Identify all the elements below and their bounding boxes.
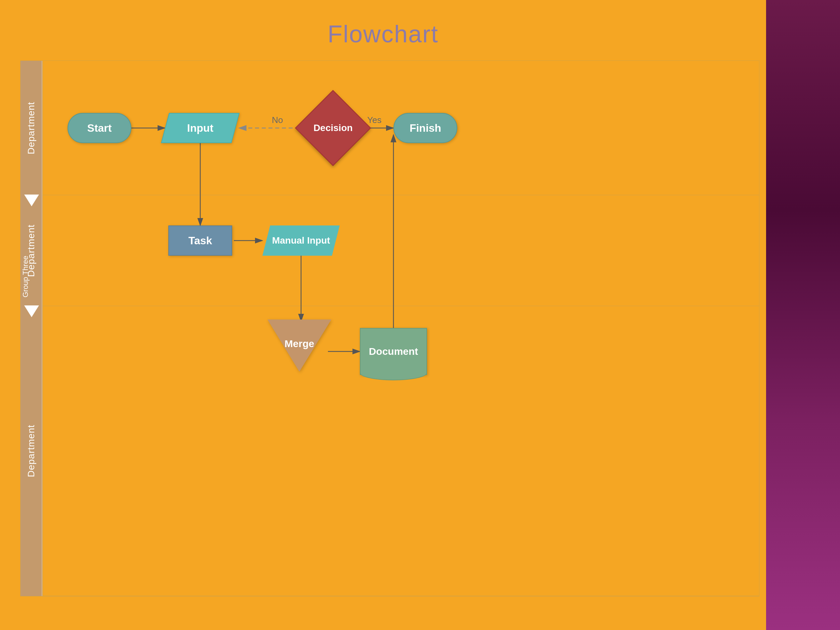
group-label: Group Three bbox=[21, 256, 31, 297]
document-shape: Document bbox=[360, 328, 427, 375]
lane-3-label-container: Department bbox=[21, 306, 42, 596]
arrow-down-icon-1 bbox=[24, 194, 39, 206]
task-shape: Task bbox=[168, 226, 232, 256]
lane-3-label: Department bbox=[26, 425, 36, 477]
decision-shape: Decision bbox=[299, 95, 366, 162]
lane-arrow-1 bbox=[21, 194, 42, 207]
lane-1-label-container: Department bbox=[21, 61, 42, 195]
manual-input-label: Manual Input bbox=[272, 235, 330, 246]
start-label: Start bbox=[87, 122, 112, 134]
arrow-down-icon-2 bbox=[24, 305, 39, 317]
merge-shape: Merge bbox=[269, 319, 330, 373]
flowchart-container: Department Department Department Group T… bbox=[20, 60, 759, 597]
manual-input-shape: Manual Input bbox=[262, 226, 340, 256]
input-label: Input bbox=[187, 122, 213, 134]
input-shape: Input bbox=[165, 113, 235, 143]
lane-arrow-2 bbox=[21, 305, 42, 318]
decision-label: Decision bbox=[314, 123, 353, 133]
finish-shape: Finish bbox=[393, 113, 457, 143]
lane-1-label: Department bbox=[26, 102, 36, 154]
task-label: Task bbox=[188, 235, 212, 247]
merge-label: Merge bbox=[284, 338, 314, 349]
start-shape: Start bbox=[68, 113, 131, 143]
finish-label: Finish bbox=[410, 122, 441, 134]
page-title: Flowchart bbox=[0, 20, 766, 48]
swim-lane-2 bbox=[21, 195, 759, 306]
document-label: Document bbox=[369, 346, 418, 357]
right-decorative-panel bbox=[766, 0, 840, 630]
